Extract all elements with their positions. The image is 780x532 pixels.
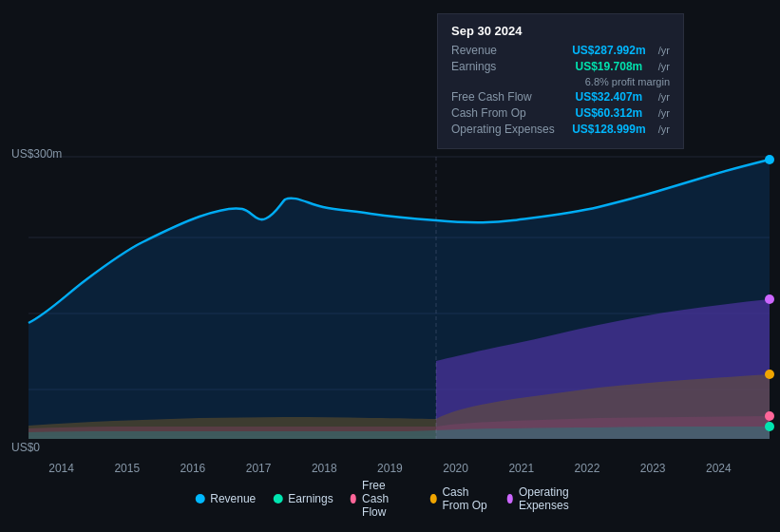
x-label-2016: 2016 [181, 462, 206, 475]
x-label-2020: 2020 [443, 462, 468, 475]
legend-opex[interactable]: Operating Expenses [507, 485, 585, 512]
x-label-2017: 2017 [246, 462, 272, 475]
tooltip-cfo-label: Cash From Op [451, 106, 556, 120]
x-label-2023: 2023 [640, 462, 666, 475]
tooltip-margin-value: 6.8% profit margin [585, 76, 670, 87]
tooltip-revenue-label: Revenue [451, 44, 556, 57]
tooltip-box: Sep 30 2024 Revenue US$287.992m /yr Earn… [437, 13, 684, 149]
tooltip-earnings-row: Earnings US$19.708m /yr [451, 60, 670, 73]
tooltip-earnings-label: Earnings [451, 60, 556, 73]
chart-container: US$300m US$0 2014 2015 2016 2017 2018 20… [0, 0, 780, 532]
legend-opex-dot [507, 494, 513, 504]
tooltip-earnings-unit: /yr [658, 61, 670, 72]
legend-revenue-label: Revenue [210, 492, 256, 505]
x-label-2015: 2015 [114, 462, 140, 475]
svg-point-6 [765, 155, 774, 164]
legend-cfo[interactable]: Cash From Op [430, 485, 489, 512]
x-label-2022: 2022 [575, 462, 600, 475]
legend-earnings-label: Earnings [288, 492, 333, 505]
chart-legend: Revenue Earnings Free Cash Flow Cash Fro… [195, 479, 585, 519]
tooltip-revenue-value: US$287.992m [572, 44, 645, 57]
tooltip-cfo-value: US$60.312m [576, 106, 643, 120]
legend-cfo-label: Cash From Op [442, 485, 489, 512]
x-label-2014: 2014 [48, 462, 74, 475]
tooltip-revenue-row: Revenue US$287.992m /yr [451, 44, 670, 57]
x-label-2021: 2021 [508, 462, 534, 475]
svg-point-10 [765, 422, 774, 431]
svg-point-9 [765, 411, 774, 421]
tooltip-cfo-row: Cash From Op US$60.312m /yr [451, 106, 670, 120]
tooltip-fcf-row: Free Cash Flow US$32.407m /yr [451, 90, 670, 104]
legend-fcf-label: Free Cash Flow [362, 479, 413, 519]
svg-point-8 [765, 370, 774, 379]
legend-fcf-dot [351, 494, 356, 504]
tooltip-fcf-value: US$32.407m [576, 90, 643, 104]
legend-fcf[interactable]: Free Cash Flow [351, 479, 413, 519]
tooltip-revenue-unit: /yr [658, 45, 670, 56]
legend-revenue-dot [195, 494, 204, 504]
tooltip-date: Sep 30 2024 [451, 24, 670, 38]
x-label-2018: 2018 [312, 462, 337, 475]
tooltip-cfo-unit: /yr [658, 107, 670, 119]
tooltip-margin-row: 6.8% profit margin [451, 76, 670, 87]
legend-opex-label: Operating Expenses [519, 485, 585, 512]
legend-cfo-dot [430, 494, 436, 504]
tooltip-opex-label: Operating Expenses [451, 123, 556, 136]
legend-revenue[interactable]: Revenue [195, 492, 256, 505]
legend-earnings-dot [273, 494, 282, 504]
tooltip-opex-unit: /yr [658, 124, 670, 135]
legend-earnings[interactable]: Earnings [273, 492, 333, 505]
y-axis-bottom-label: US$0 [11, 441, 40, 454]
x-label-2024: 2024 [706, 462, 732, 475]
y-axis-top-label: US$300m [11, 147, 62, 161]
tooltip-fcf-unit: /yr [658, 91, 670, 103]
tooltip-opex-row: Operating Expenses US$128.999m /yr [451, 123, 670, 136]
svg-point-7 [765, 294, 774, 304]
x-label-2019: 2019 [377, 462, 403, 475]
tooltip-opex-value: US$128.999m [572, 123, 645, 136]
x-axis: 2014 2015 2016 2017 2018 2019 2020 2021 … [0, 462, 780, 475]
tooltip-earnings-value: US$19.708m [576, 60, 643, 73]
tooltip-fcf-label: Free Cash Flow [451, 90, 556, 104]
